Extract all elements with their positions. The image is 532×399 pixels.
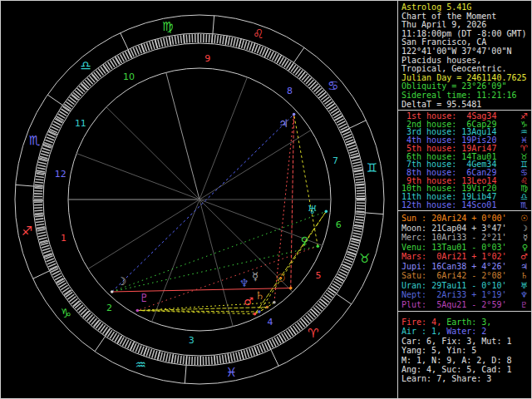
planet-icon: ♃ <box>520 262 530 272</box>
sign-boundary <box>293 47 303 62</box>
planet-nept-dot <box>258 310 261 313</box>
planet-position-value: 0Ari21 <box>426 252 466 262</box>
info-sidebar: Astrolog 5.41G Chart of the Moment Thu A… <box>397 1 531 398</box>
sign-boundary <box>365 213 383 214</box>
planet-position-value: 16Can38 <box>426 262 466 272</box>
planet-merc-glyph: ☿ <box>252 270 259 283</box>
planet-icon: ♇ <box>520 300 530 310</box>
sign-pisces-glyph: ♓ <box>225 365 236 380</box>
sign-leo-glyph: ♌ <box>253 27 264 42</box>
planet-row-jupi: Jupi: 16Can38 + 4°26'♃ <box>401 262 530 272</box>
planet-plut-glyph: ♇ <box>140 292 150 304</box>
sign-scorpio-glyph: ♏ <box>28 133 40 148</box>
summary-line-6: Ang: 4, Suc: 5, Cad: 1 <box>401 365 530 374</box>
info-line-coordinates: 122°41'00"W 37°47'00"N <box>401 47 530 57</box>
planet-icon: ☽ <box>520 224 530 234</box>
planet-label: Venu: <box>401 243 426 253</box>
planet-moon-dot <box>111 290 114 293</box>
sign-boundary <box>121 33 128 50</box>
house-number-2: 2 <box>106 303 112 313</box>
info-line-version: Astrolog 5.41G <box>401 3 530 12</box>
planet-velocity-value: - 2°21' <box>466 233 506 243</box>
sign-libra-glyph: ♎ <box>80 58 91 73</box>
aspect-sextile-uran-mars <box>255 211 327 313</box>
natal-wheel-chart[interactable]: ♈♉♊♋♌♍♎♏♐♑♒♓123456789101112☉☽☿♀♂♃♄♅♆♇ <box>1 1 397 398</box>
house-number-7: 7 <box>332 155 338 166</box>
sign-boundary <box>16 185 34 186</box>
sign-12-icon: ♏ <box>520 201 530 209</box>
house-cusp-line-9 <box>200 77 247 200</box>
planet-position-value: 21Cap04 <box>426 224 466 234</box>
house-number-3: 3 <box>189 335 195 346</box>
planet-velocity-value: + 0°00' <box>466 214 506 224</box>
sign-boundary <box>95 337 105 352</box>
planet-velocity-value: + 4°26' <box>466 262 506 272</box>
tick-5deg <box>241 350 244 360</box>
aspect-opposition-moon-jupi <box>112 114 294 291</box>
planet-label: Sun : <box>401 214 426 224</box>
house-cusp-line-12 <box>76 154 200 200</box>
house-cusp-line-2 <box>88 200 200 269</box>
sign-virgo-glyph: ♍ <box>162 19 173 34</box>
planet-label: Plut: <box>401 300 426 310</box>
planet-row-sun: Sun : 20Ari24 + 0°00'☉ <box>401 214 530 224</box>
planet-icon: ♀ <box>522 243 530 253</box>
house-cusp-line-11 <box>106 107 200 200</box>
chart-wheel-area: ♈♉♊♋♌♍♎♏♐♑♒♓123456789101112☉☽☿♀♂♃♄♅♆♇ <box>1 1 397 398</box>
planet-position-value: 10Ari33 <box>426 233 466 243</box>
summary-line-3: Car: 6, Fix: 3, Mut: 1 <box>401 337 530 346</box>
house-cusp-line-8 <box>200 130 311 200</box>
planet-mars-glyph: ♂ <box>244 295 254 308</box>
planet-row-merc: Merc: 10Ari33 - 2°21'☿ <box>401 233 530 243</box>
sign-cancer-glyph: ♋ <box>328 78 338 93</box>
planet-sun-glyph: ☉ <box>276 272 286 284</box>
sign-capricorn-glyph: ♑ <box>61 306 71 321</box>
summary-token: Yang: 5, Yin: 5 <box>401 346 476 355</box>
planet-row-nept: Nept: 2Ari33 + 1°19'♆ <box>401 290 530 300</box>
planet-icon: ♆ <box>520 290 530 300</box>
planet-position-value: 2Ari33 <box>426 290 466 300</box>
house-number-8: 8 <box>287 86 293 96</box>
house-cusp-value: 14Sco01 <box>456 201 496 209</box>
sign-boundary <box>33 271 50 278</box>
chart-info-section: Astrolog 5.41G Chart of the Moment Thu A… <box>398 1 531 110</box>
planet-sun-dot <box>289 287 293 290</box>
chart-summary-section: Fire: 4, Earth: 3,Air : 1, Water: 2Car: … <box>398 311 531 398</box>
planet-label: Merc: <box>401 233 426 243</box>
house-number-4: 4 <box>267 317 273 328</box>
planet-row-venu: Venu: 13Tau01 - 0°03'♀ <box>401 243 530 253</box>
house-number-6: 6 <box>336 219 342 230</box>
summary-token: Fire: 4, <box>401 318 441 327</box>
summary-token: Car: 6, Fix: 3, Mut: 1 <box>401 337 511 346</box>
sign-boundary <box>271 350 278 367</box>
house-number-11: 11 <box>75 118 86 129</box>
planet-positions-section: Sun : 20Ari24 + 0°00'☉Moon: 21Cap04 + 3°… <box>398 210 531 311</box>
house-cusp-line-10 <box>166 72 200 200</box>
planet-venu-dot <box>317 244 320 248</box>
planet-icon: ♅ <box>520 281 530 291</box>
planet-velocity-value: + 1°19' <box>466 290 506 300</box>
planet-label: Mars: <box>401 252 426 262</box>
planet-icon: ♂ <box>520 252 530 262</box>
planet-label: Moon: <box>401 224 426 234</box>
summary-token: Learn: 7, Share: 3 <box>401 374 491 383</box>
info-line-deltat: DeltaT = 95.5481 <box>401 101 530 110</box>
planet-row-mars: Mars: 0Ari21 + 1°02'♂ <box>401 252 530 262</box>
planet-position-value: 13Tau01 <box>426 243 466 253</box>
planet-velocity-value: - 0°10' <box>466 281 506 291</box>
planet-uran-dot <box>325 210 328 214</box>
house-number-1: 1 <box>61 233 66 244</box>
planet-moon-glyph: ☽ <box>117 275 127 288</box>
house-label: 12th house: <box>401 201 456 209</box>
tick-5deg <box>34 186 44 187</box>
house-row-12: 12th house: 14Sco01♏ <box>401 201 530 209</box>
planet-row-satu: Satu: 6Ari42 - 2°08'♄ <box>401 271 530 281</box>
summary-line-5: M: 1, N: 9, A: 2, D: 8 <box>401 356 530 365</box>
sign-taurus-glyph: ♉ <box>359 251 370 266</box>
sign-boundary <box>350 121 367 128</box>
planet-position-value: 6Ari42 <box>426 271 466 281</box>
sign-boundary <box>185 365 186 383</box>
planet-icon: ♄ <box>520 271 530 281</box>
summary-token: Earth: 3, <box>441 318 491 327</box>
planet-mars-dot <box>254 313 257 316</box>
